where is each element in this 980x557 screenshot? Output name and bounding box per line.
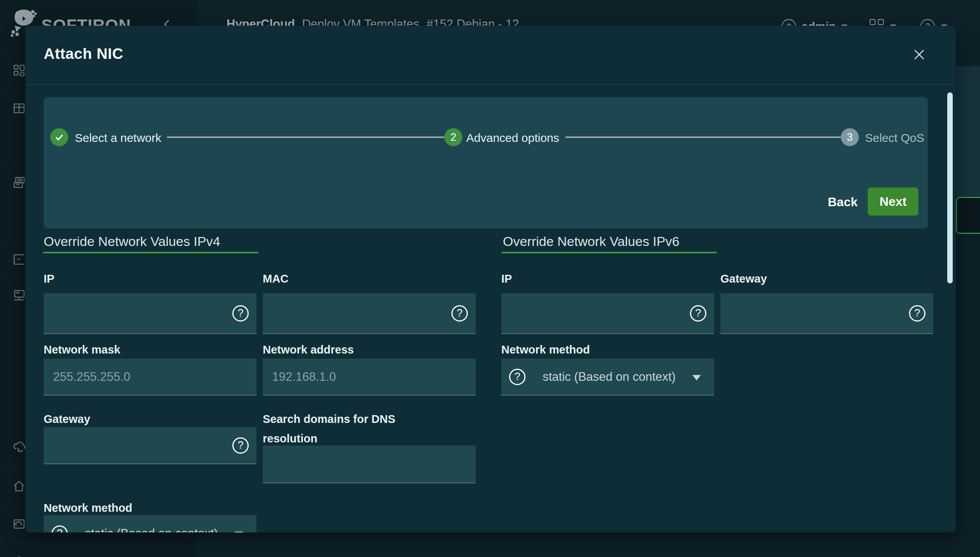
help-icon[interactable]: ?: [509, 369, 525, 385]
documents-icon[interactable]: [12, 175, 26, 190]
stepper-card: Select a network 2 Advanced options 3 Se…: [44, 97, 928, 228]
step-3-label: Select QoS: [865, 131, 924, 145]
sidebar-divider: [8, 543, 181, 543]
ipv4-mac-input[interactable]: [263, 293, 476, 333]
help-icon[interactable]: ?: [51, 525, 68, 533]
gauge-icon[interactable]: [12, 552, 26, 557]
ipv6-method-label: Network method: [501, 340, 590, 359]
ipv6-ip-input[interactable]: [501, 293, 714, 333]
back-button[interactable]: Back: [808, 193, 858, 211]
ipv6-section-underline: [501, 252, 717, 253]
ipv4-section-title: Override Network Values IPv4: [44, 234, 220, 249]
ipv4-gateway-input[interactable]: [44, 427, 256, 463]
ipv6-gateway-input[interactable]: [720, 293, 933, 333]
ipv4-gateway-field: ?: [44, 427, 256, 464]
help-icon[interactable]: ?: [909, 305, 925, 322]
ipv4-address-field: [263, 359, 476, 396]
step-2-label: Advanced options: [466, 131, 559, 145]
step-1-label: Select a network: [75, 131, 161, 145]
ipv4-method-label: Network method: [44, 498, 132, 518]
ipv4-dns-textarea[interactable]: [263, 446, 476, 483]
chevron-down-icon: [235, 532, 243, 533]
step-2-circle[interactable]: 2: [444, 128, 462, 146]
ipv6-ip-field: ?: [501, 293, 714, 334]
help-icon[interactable]: ?: [232, 437, 249, 454]
ipv4-address-label: Network address: [263, 340, 354, 359]
ipv6-gateway-label: Gateway: [720, 269, 767, 288]
chevron-down-icon: [692, 375, 701, 380]
next-button[interactable]: Next: [868, 187, 918, 216]
apps-icon[interactable]: [12, 62, 26, 78]
table-icon[interactable]: [12, 101, 26, 116]
ipv6-ip-label: IP: [501, 269, 512, 288]
ipv6-section-title: Override Network Values IPv6: [503, 234, 679, 249]
ipv4-section-underline: [43, 252, 258, 253]
background-green-button: [956, 197, 980, 234]
ipv4-mask-field: [44, 359, 256, 396]
cloud-sync-icon[interactable]: [12, 439, 26, 454]
help-icon[interactable]: ?: [451, 305, 468, 322]
modal-header-divider: [25, 85, 956, 85]
step-1-done-circle[interactable]: [50, 128, 68, 146]
modal-scrollbar[interactable]: [947, 92, 953, 283]
step-3-circle[interactable]: 3: [841, 128, 859, 146]
help-icon[interactable]: ?: [690, 305, 706, 322]
ipv4-dns-label: Search domains for DNS resolution: [263, 409, 426, 448]
ipv4-ip-field: ?: [44, 293, 256, 334]
ipv4-gateway-label: Gateway: [44, 409, 90, 429]
ipv4-address-input[interactable]: [263, 359, 476, 395]
console-icon[interactable]: [12, 251, 26, 267]
step-connector: [565, 136, 841, 138]
ipv4-mac-label: MAC: [263, 269, 288, 288]
ipv4-method-select[interactable]: ? static (Based on context): [44, 515, 256, 532]
ipv6-gateway-field: ?: [720, 293, 933, 334]
home-icon[interactable]: [12, 479, 26, 494]
image-cloud-icon[interactable]: [12, 516, 26, 532]
ipv6-method-select[interactable]: ? static (Based on context): [501, 359, 714, 396]
ipv4-mask-label: Network mask: [44, 340, 120, 359]
step-connector: [167, 136, 444, 138]
help-icon[interactable]: ?: [232, 305, 249, 322]
close-icon[interactable]: [911, 46, 928, 63]
ipv4-mac-field: ?: [263, 293, 476, 334]
check-icon: [54, 132, 64, 142]
host-icon[interactable]: [12, 288, 26, 303]
attach-nic-modal: Attach NIC Select a network 2 Advanced o…: [25, 26, 956, 532]
ipv4-ip-label: IP: [44, 269, 54, 288]
page: SOFTIRON: [0, 0, 980, 557]
ipv4-dns-field: [263, 446, 476, 483]
topbar: HyperCloudDeploy VM Templates#152 Debian…: [197, 0, 980, 26]
background-panel: [956, 66, 980, 197]
ipv4-ip-input[interactable]: [44, 293, 256, 333]
background-panel: [956, 26, 980, 66]
ipv4-method-value: static (Based on context): [85, 515, 218, 532]
ipv4-mask-input[interactable]: [44, 359, 256, 395]
modal-title: Attach NIC: [44, 45, 123, 62]
ipv6-method-value: static (Based on context): [543, 359, 676, 395]
